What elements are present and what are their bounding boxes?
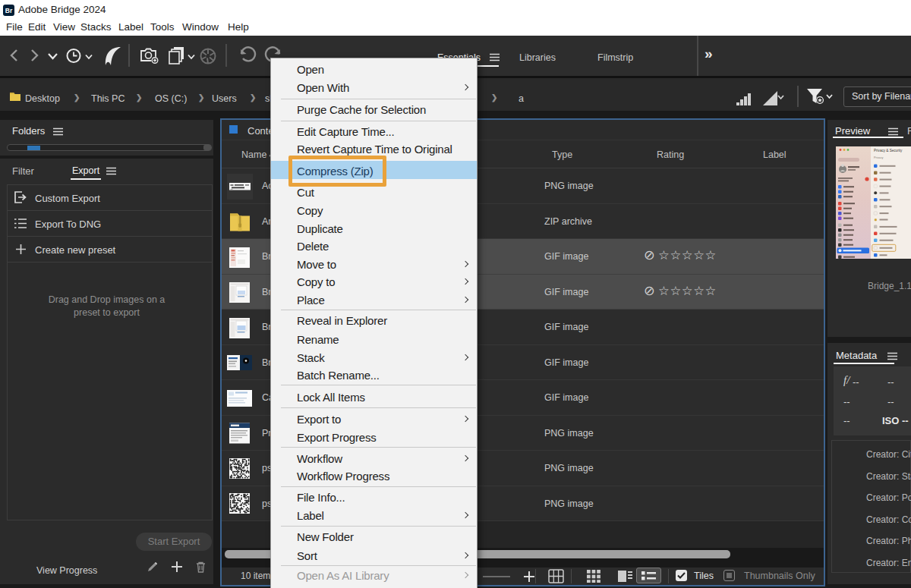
svg-text:Br: Br — [5, 7, 13, 14]
svg-text:Privacy: Privacy — [874, 156, 884, 159]
svg-text:Privacy & Security: Privacy & Security — [874, 149, 903, 153]
